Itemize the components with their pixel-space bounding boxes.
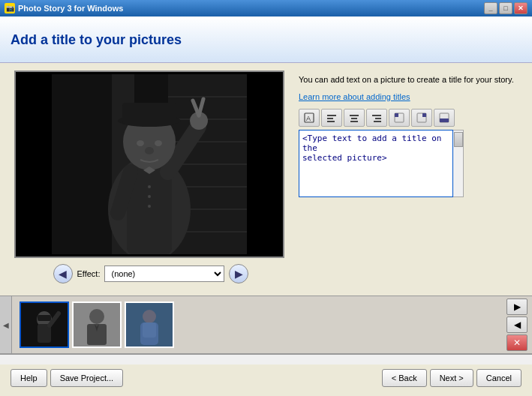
bottom-bar: Help Save Project... < Back Next > Cance… bbox=[0, 364, 532, 392]
svg-rect-37 bbox=[374, 121, 381, 122]
svg-point-50 bbox=[89, 309, 104, 324]
page-header: Add a title to your pictures bbox=[0, 16, 532, 63]
window-controls: _ □ ✕ bbox=[484, 2, 527, 14]
next-button[interactable]: Next > bbox=[430, 369, 473, 387]
svg-rect-32 bbox=[350, 115, 359, 116]
svg-rect-36 bbox=[375, 118, 381, 119]
svg-rect-31 bbox=[327, 121, 335, 122]
thumbnail-strip: ◀ bbox=[0, 296, 532, 354]
scrollbar-thumb bbox=[454, 132, 463, 147]
svg-rect-29 bbox=[327, 115, 336, 116]
title-bar: 📷 Photo Story 3 for Windows _ □ ✕ bbox=[0, 0, 532, 16]
pos-top-right-button[interactable] bbox=[411, 109, 432, 127]
back-button[interactable]: < Back bbox=[382, 369, 427, 387]
thumbnail-1[interactable] bbox=[20, 302, 69, 348]
align-left-button[interactable] bbox=[321, 109, 342, 127]
thumbnail-3[interactable] bbox=[125, 302, 174, 348]
strip-scrollbar[interactable] bbox=[0, 354, 532, 364]
svg-point-23 bbox=[148, 185, 151, 188]
svg-rect-39 bbox=[395, 113, 398, 117]
help-button[interactable]: Help bbox=[11, 369, 47, 387]
svg-point-24 bbox=[148, 195, 151, 198]
format-toolbar: A bbox=[299, 109, 521, 127]
thumbnails-inner bbox=[20, 302, 174, 348]
app-icon: 📷 bbox=[5, 3, 15, 14]
maximize-button[interactable]: □ bbox=[499, 2, 512, 14]
svg-rect-34 bbox=[350, 121, 358, 122]
image-frame bbox=[14, 70, 284, 258]
strip-side-buttons: ▶ ◀ ✕ bbox=[506, 298, 527, 351]
svg-point-19 bbox=[137, 140, 144, 146]
strip-back-button[interactable]: ◀ bbox=[506, 316, 527, 333]
effect-label: Effect: bbox=[77, 269, 101, 278]
thumbnail-2[interactable] bbox=[72, 302, 122, 348]
cancel-button[interactable]: Cancel bbox=[476, 369, 521, 387]
left-panel: ◀ Effect: (none) Fade in Zoom in Pan lef… bbox=[11, 70, 288, 288]
strip-forward-button[interactable]: ▶ bbox=[506, 298, 527, 315]
svg-point-54 bbox=[143, 310, 156, 323]
main-content: ◀ Effect: (none) Fade in Zoom in Pan lef… bbox=[0, 63, 532, 296]
svg-rect-56 bbox=[143, 322, 156, 338]
svg-rect-30 bbox=[327, 118, 333, 119]
svg-rect-33 bbox=[351, 118, 357, 119]
bottom-right-buttons: < Back Next > Cancel bbox=[382, 369, 521, 387]
learn-more-link[interactable]: Learn more about adding titles bbox=[299, 92, 521, 101]
pos-bottom-button[interactable] bbox=[434, 109, 455, 127]
svg-point-21 bbox=[145, 147, 154, 154]
window-title: Photo Story 3 for Windows bbox=[18, 4, 484, 13]
font-button[interactable]: A bbox=[299, 109, 320, 127]
thumb-img-2 bbox=[74, 303, 120, 346]
title-textarea[interactable]: <Type text to add a title on the selecte… bbox=[299, 130, 453, 197]
thumb-img-1 bbox=[21, 303, 68, 346]
strip-remove-button[interactable]: ✕ bbox=[506, 334, 527, 351]
info-text: You can add text on a picture to create … bbox=[299, 74, 521, 86]
thumb-img-3 bbox=[126, 303, 173, 346]
next-photo-button[interactable]: ▶ bbox=[229, 264, 248, 284]
svg-point-25 bbox=[148, 205, 151, 208]
close-button[interactable]: ✕ bbox=[514, 2, 527, 14]
svg-rect-35 bbox=[372, 115, 381, 116]
strip-scroll-left[interactable]: ◀ bbox=[0, 296, 12, 353]
svg-rect-41 bbox=[422, 113, 426, 117]
photo-svg bbox=[52, 74, 247, 254]
title-text-area-wrapper: <Type text to add a title on the selecte… bbox=[299, 130, 464, 199]
svg-point-20 bbox=[155, 140, 162, 146]
svg-rect-18 bbox=[122, 103, 176, 124]
minimize-button[interactable]: _ bbox=[484, 2, 497, 14]
right-panel: You can add text on a picture to create … bbox=[299, 70, 521, 288]
effect-select[interactable]: (none) Fade in Zoom in Pan left Pan righ… bbox=[104, 266, 224, 282]
page-title: Add a title to your pictures bbox=[11, 32, 182, 48]
save-project-button[interactable]: Save Project... bbox=[50, 369, 124, 387]
bottom-left-buttons: Help Save Project... bbox=[11, 369, 123, 387]
align-center-button[interactable] bbox=[344, 109, 365, 127]
pos-top-left-button[interactable] bbox=[389, 109, 410, 127]
photo-canvas bbox=[16, 72, 283, 256]
svg-text:A: A bbox=[306, 115, 311, 122]
textarea-scrollbar[interactable] bbox=[453, 130, 464, 197]
prev-photo-button[interactable]: ◀ bbox=[53, 264, 73, 284]
align-right-button[interactable] bbox=[366, 109, 387, 127]
svg-rect-43 bbox=[440, 118, 449, 122]
svg-rect-47 bbox=[38, 315, 51, 321]
effect-row: ◀ Effect: (none) Fade in Zoom in Pan lef… bbox=[50, 264, 249, 284]
